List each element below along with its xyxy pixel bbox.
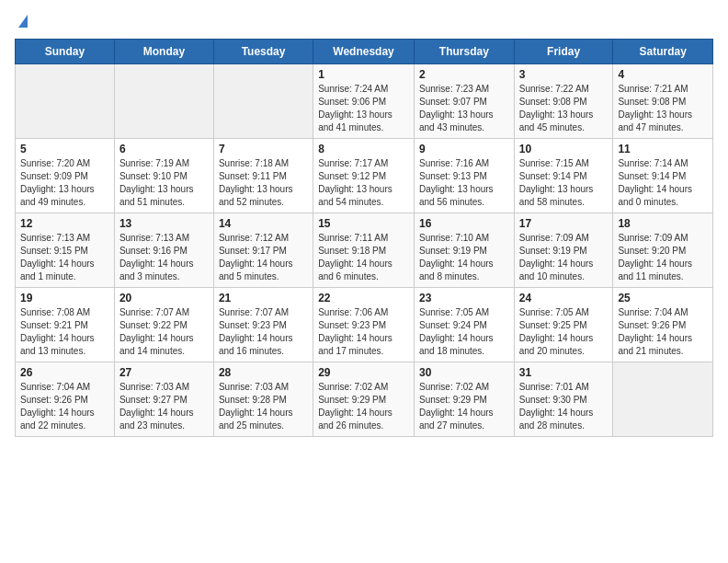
day-info: Sunrise: 7:13 AMSunset: 9:15 PMDaylight:… bbox=[20, 232, 109, 283]
day-number: 4 bbox=[618, 68, 708, 81]
day-cell: 11 Sunrise: 7:14 AMSunset: 9:14 PMDaylig… bbox=[613, 139, 713, 213]
day-info: Sunrise: 7:09 AMSunset: 9:20 PMDaylight:… bbox=[618, 232, 708, 283]
column-header-monday: Monday bbox=[114, 40, 213, 64]
day-cell: 1 Sunrise: 7:24 AMSunset: 9:06 PMDayligh… bbox=[313, 64, 415, 139]
day-info: Sunrise: 7:19 AMSunset: 9:10 PMDaylight:… bbox=[119, 157, 209, 209]
day-number: 15 bbox=[318, 217, 409, 230]
day-info: Sunrise: 7:10 AMSunset: 9:19 PMDaylight:… bbox=[419, 232, 509, 283]
day-cell: 2 Sunrise: 7:23 AMSunset: 9:07 PMDayligh… bbox=[414, 64, 514, 139]
day-cell: 14 Sunrise: 7:12 AMSunset: 9:17 PMDaylig… bbox=[213, 213, 313, 288]
day-cell bbox=[213, 64, 313, 139]
day-number: 11 bbox=[618, 143, 708, 155]
day-info: Sunrise: 7:22 AMSunset: 9:08 PMDaylight:… bbox=[519, 83, 609, 134]
day-cell: 3 Sunrise: 7:22 AMSunset: 9:08 PMDayligh… bbox=[514, 64, 613, 139]
day-cell: 20 Sunrise: 7:07 AMSunset: 9:22 PMDaylig… bbox=[114, 288, 213, 362]
day-info: Sunrise: 7:04 AMSunset: 9:26 PMDaylight:… bbox=[618, 306, 708, 358]
day-number: 31 bbox=[519, 366, 609, 379]
day-cell bbox=[16, 64, 115, 139]
day-info: Sunrise: 7:11 AMSunset: 9:18 PMDaylight:… bbox=[318, 232, 409, 283]
day-number: 7 bbox=[219, 143, 308, 155]
day-info: Sunrise: 7:16 AMSunset: 9:13 PMDaylight:… bbox=[419, 157, 509, 209]
day-info: Sunrise: 7:05 AMSunset: 9:24 PMDaylight:… bbox=[419, 306, 509, 358]
column-header-sunday: Sunday bbox=[16, 40, 115, 64]
day-number: 2 bbox=[419, 68, 509, 81]
day-number: 24 bbox=[519, 292, 609, 304]
day-cell: 17 Sunrise: 7:09 AMSunset: 9:19 PMDaylig… bbox=[514, 213, 613, 288]
day-info: Sunrise: 7:03 AMSunset: 9:27 PMDaylight:… bbox=[119, 381, 209, 432]
day-cell: 5 Sunrise: 7:20 AMSunset: 9:09 PMDayligh… bbox=[16, 139, 115, 213]
day-info: Sunrise: 7:21 AMSunset: 9:08 PMDaylight:… bbox=[618, 83, 708, 134]
day-number: 26 bbox=[20, 366, 109, 379]
day-number: 13 bbox=[119, 217, 209, 230]
day-info: Sunrise: 7:13 AMSunset: 9:16 PMDaylight:… bbox=[119, 232, 209, 283]
day-info: Sunrise: 7:05 AMSunset: 9:25 PMDaylight:… bbox=[519, 306, 609, 358]
day-cell: 26 Sunrise: 7:04 AMSunset: 9:26 PMDaylig… bbox=[16, 362, 115, 437]
day-cell: 27 Sunrise: 7:03 AMSunset: 9:27 PMDaylig… bbox=[114, 362, 213, 437]
day-number: 16 bbox=[419, 217, 509, 230]
day-info: Sunrise: 7:06 AMSunset: 9:23 PMDaylight:… bbox=[318, 306, 409, 358]
day-info: Sunrise: 7:12 AMSunset: 9:17 PMDaylight:… bbox=[219, 232, 308, 283]
day-cell: 18 Sunrise: 7:09 AMSunset: 9:20 PMDaylig… bbox=[613, 213, 713, 288]
day-number: 29 bbox=[318, 366, 409, 379]
day-info: Sunrise: 7:04 AMSunset: 9:26 PMDaylight:… bbox=[20, 381, 109, 432]
column-header-thursday: Thursday bbox=[414, 40, 514, 64]
logo-triangle-icon bbox=[18, 15, 28, 28]
day-cell: 6 Sunrise: 7:19 AMSunset: 9:10 PMDayligh… bbox=[114, 139, 213, 213]
day-cell: 31 Sunrise: 7:01 AMSunset: 9:30 PMDaylig… bbox=[514, 362, 613, 437]
day-cell: 16 Sunrise: 7:10 AMSunset: 9:19 PMDaylig… bbox=[414, 213, 514, 288]
day-number: 10 bbox=[519, 143, 609, 155]
week-row-3: 12 Sunrise: 7:13 AMSunset: 9:15 PMDaylig… bbox=[16, 213, 713, 288]
day-cell: 29 Sunrise: 7:02 AMSunset: 9:29 PMDaylig… bbox=[313, 362, 415, 437]
day-info: Sunrise: 7:17 AMSunset: 9:12 PMDaylight:… bbox=[318, 157, 409, 209]
day-info: Sunrise: 7:01 AMSunset: 9:30 PMDaylight:… bbox=[519, 381, 609, 432]
column-header-saturday: Saturday bbox=[613, 40, 713, 64]
page-header bbox=[15, 15, 713, 28]
day-cell: 19 Sunrise: 7:08 AMSunset: 9:21 PMDaylig… bbox=[16, 288, 115, 362]
day-number: 8 bbox=[318, 143, 409, 155]
day-info: Sunrise: 7:20 AMSunset: 9:09 PMDaylight:… bbox=[20, 157, 109, 209]
header-row: SundayMondayTuesdayWednesdayThursdayFrid… bbox=[16, 40, 713, 64]
day-cell: 15 Sunrise: 7:11 AMSunset: 9:18 PMDaylig… bbox=[313, 213, 415, 288]
day-cell: 22 Sunrise: 7:06 AMSunset: 9:23 PMDaylig… bbox=[313, 288, 415, 362]
day-info: Sunrise: 7:09 AMSunset: 9:19 PMDaylight:… bbox=[519, 232, 609, 283]
day-number: 17 bbox=[519, 217, 609, 230]
day-cell: 7 Sunrise: 7:18 AMSunset: 9:11 PMDayligh… bbox=[213, 139, 313, 213]
day-number: 30 bbox=[419, 366, 509, 379]
day-cell: 21 Sunrise: 7:07 AMSunset: 9:23 PMDaylig… bbox=[213, 288, 313, 362]
day-info: Sunrise: 7:18 AMSunset: 9:11 PMDaylight:… bbox=[219, 157, 308, 209]
day-number: 6 bbox=[119, 143, 209, 155]
day-number: 14 bbox=[219, 217, 308, 230]
day-cell: 13 Sunrise: 7:13 AMSunset: 9:16 PMDaylig… bbox=[114, 213, 213, 288]
day-cell: 4 Sunrise: 7:21 AMSunset: 9:08 PMDayligh… bbox=[613, 64, 713, 139]
column-header-friday: Friday bbox=[514, 40, 613, 64]
day-number: 28 bbox=[219, 366, 308, 379]
calendar-table: SundayMondayTuesdayWednesdayThursdayFrid… bbox=[15, 39, 713, 437]
day-cell: 23 Sunrise: 7:05 AMSunset: 9:24 PMDaylig… bbox=[414, 288, 514, 362]
day-number: 25 bbox=[618, 292, 708, 304]
day-cell: 30 Sunrise: 7:02 AMSunset: 9:29 PMDaylig… bbox=[414, 362, 514, 437]
day-cell bbox=[114, 64, 213, 139]
day-cell: 12 Sunrise: 7:13 AMSunset: 9:15 PMDaylig… bbox=[16, 213, 115, 288]
day-number: 12 bbox=[20, 217, 109, 230]
day-info: Sunrise: 7:08 AMSunset: 9:21 PMDaylight:… bbox=[20, 306, 109, 358]
day-number: 27 bbox=[119, 366, 209, 379]
day-number: 20 bbox=[119, 292, 209, 304]
week-row-2: 5 Sunrise: 7:20 AMSunset: 9:09 PMDayligh… bbox=[16, 139, 713, 213]
day-info: Sunrise: 7:07 AMSunset: 9:22 PMDaylight:… bbox=[119, 306, 209, 358]
week-row-1: 1 Sunrise: 7:24 AMSunset: 9:06 PMDayligh… bbox=[16, 64, 713, 139]
day-number: 22 bbox=[318, 292, 409, 304]
day-number: 18 bbox=[618, 217, 708, 230]
day-info: Sunrise: 7:24 AMSunset: 9:06 PMDaylight:… bbox=[318, 83, 409, 134]
day-cell: 10 Sunrise: 7:15 AMSunset: 9:14 PMDaylig… bbox=[514, 139, 613, 213]
day-number: 3 bbox=[519, 68, 609, 81]
day-cell bbox=[613, 362, 713, 437]
calendar-body: 1 Sunrise: 7:24 AMSunset: 9:06 PMDayligh… bbox=[16, 64, 713, 437]
day-info: Sunrise: 7:03 AMSunset: 9:28 PMDaylight:… bbox=[219, 381, 308, 432]
day-info: Sunrise: 7:07 AMSunset: 9:23 PMDaylight:… bbox=[219, 306, 308, 358]
day-number: 9 bbox=[419, 143, 509, 155]
day-number: 23 bbox=[419, 292, 509, 304]
day-number: 5 bbox=[20, 143, 109, 155]
day-cell: 9 Sunrise: 7:16 AMSunset: 9:13 PMDayligh… bbox=[414, 139, 514, 213]
column-header-wednesday: Wednesday bbox=[313, 40, 415, 64]
day-number: 19 bbox=[20, 292, 109, 304]
